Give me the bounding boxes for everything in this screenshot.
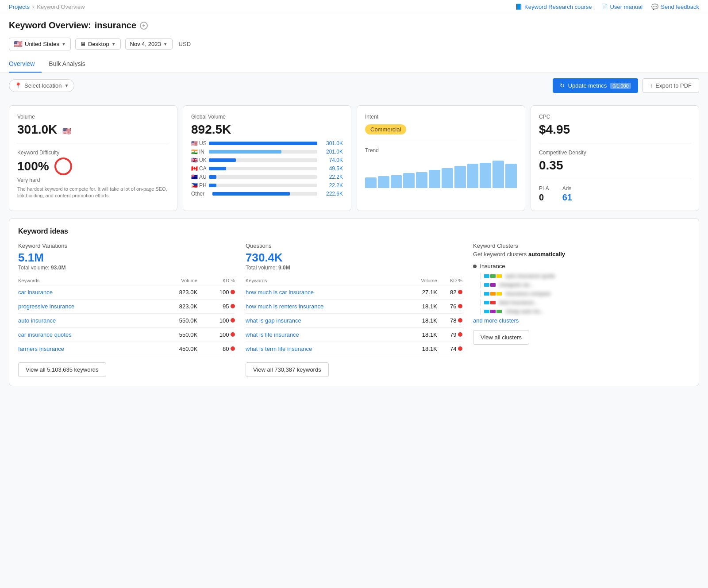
trend-bar-3	[391, 175, 402, 188]
kw-link[interactable]: car insurance	[18, 289, 53, 296]
date-filter[interactable]: Nov 4, 2023 ▼	[125, 38, 173, 50]
feedback-link[interactable]: 💬 Send feedback	[651, 4, 699, 10]
kw-col-header: Keywords	[18, 276, 154, 285]
cell-volume: 450.0K	[154, 342, 197, 356]
kd-section: Keyword Difficulty 100% Very hard The ha…	[17, 150, 169, 200]
variations-title: Keyword Variations	[18, 242, 235, 249]
kd-dot	[458, 332, 462, 337]
tab-bulk-analysis[interactable]: Bulk Analysis	[49, 56, 92, 73]
intent-trend-card: Intent Commercial Trend	[357, 105, 525, 211]
top-nav: Projects › Keyword Overview 📘 Keyword Re…	[0, 0, 708, 14]
kd-value: 100%	[17, 158, 169, 175]
kd-dot	[458, 304, 462, 308]
cell-kd: 74	[437, 342, 462, 356]
table-row: auto insurance 550.0K 100	[18, 314, 235, 328]
country-row-us: 🇺🇸US 301.0K	[191, 140, 343, 146]
ideas-grid: Keyword Variations 5.1M Total volume: 93…	[18, 242, 690, 377]
country-row-other: Other 222.6K	[191, 191, 343, 197]
volume-value: 301.0K 🇺🇸	[17, 123, 169, 137]
manual-link[interactable]: 📄 User manual	[601, 4, 643, 10]
kw-link[interactable]: what is gap insurance	[246, 317, 301, 324]
kw-link[interactable]: how much is renters insurance	[246, 303, 323, 310]
course-link[interactable]: 📘 Keyword Research course	[515, 4, 592, 10]
kw-link[interactable]: what is life insurance	[246, 331, 299, 338]
kw-link[interactable]: auto insurance	[18, 317, 56, 324]
kw-link[interactable]: car insurance quotes	[18, 331, 72, 338]
update-metrics-button[interactable]: ↻ Update metrics 0/1,000	[553, 78, 638, 93]
table-row: car insurance quotes 550.0K 100	[18, 328, 235, 342]
kd-dot	[458, 318, 462, 323]
variations-volume: Total volume: 93.0M	[18, 265, 235, 271]
export-pdf-button[interactable]: ↑ Export to PDF	[643, 78, 699, 93]
country-row-ph: 🇵🇭PH 22.2K	[191, 182, 343, 188]
table-row: car insurance 823.0K 100	[18, 285, 235, 300]
intent-label: Intent	[365, 114, 517, 120]
country-label: United States	[25, 41, 59, 47]
device-label: Desktop	[88, 41, 109, 47]
location-chevron-icon: ▼	[65, 83, 69, 88]
cell-kd: 100	[197, 285, 235, 300]
kd-dot	[231, 332, 235, 337]
color-bars-4	[484, 301, 496, 304]
view-all-clusters-button[interactable]: View all clusters	[473, 330, 529, 345]
cluster-sub-item-1: auto insurance quote	[480, 273, 690, 279]
trend-bar-7	[442, 168, 453, 188]
kw-link[interactable]: how much is car insurance	[246, 289, 314, 296]
comp-density-label: Competitive Density	[539, 150, 691, 156]
view-all-questions-button[interactable]: View all 730,387 keywords	[246, 362, 329, 377]
filter-bar: 🇺🇸 United States ▼ 🖥 Desktop ▼ Nov 4, 20…	[9, 35, 699, 56]
country-filter[interactable]: 🇺🇸 United States ▼	[9, 38, 71, 50]
kw-link[interactable]: progressive insurance	[18, 303, 74, 310]
sub-metrics: PLA 0 Ads 61	[539, 185, 691, 203]
toolbar: 📍 Select location ▼ ↻ Update metrics 0/1…	[0, 73, 708, 98]
trend-bar-11	[493, 161, 504, 188]
kw-col-header-q: Keywords	[246, 276, 404, 285]
cluster-sub-text-3: insurance compare	[505, 291, 550, 297]
device-filter[interactable]: 🖥 Desktop ▼	[75, 38, 121, 50]
questions-table: Keywords Volume KD % how much is car ins…	[246, 276, 462, 356]
trend-bar-10	[480, 163, 491, 188]
add-keyword-button[interactable]: +	[140, 22, 148, 30]
cell-kd: 80	[197, 342, 235, 356]
cluster-root: insurance	[473, 263, 690, 269]
cluster-sub-item-4: best insurance...	[480, 300, 690, 306]
keyword-text: insurance	[95, 20, 136, 31]
cell-volume: 18.1K	[404, 342, 437, 356]
variations-count-container: 5.1M	[18, 251, 235, 265]
kw-link[interactable]: farmers insurance	[18, 346, 64, 352]
kw-link[interactable]: what is term life insurance	[246, 346, 312, 352]
trend-bar-9	[467, 164, 479, 188]
cell-kd: 78	[437, 314, 462, 328]
trend-section: Trend	[365, 147, 517, 188]
variations-count: 5.1M	[18, 251, 44, 265]
cell-kd: 82	[437, 285, 462, 300]
cell-volume: 27.1K	[404, 285, 437, 300]
view-all-variations-button[interactable]: View all 5,103,635 keywords	[18, 362, 106, 377]
questions-column: Questions 730.4K Total volume: 9.0M Keyw…	[246, 242, 462, 377]
and-more-clusters-link[interactable]: and more clusters	[473, 317, 690, 324]
cluster-sub-text-2: cheapest car...	[499, 282, 534, 288]
trend-bar-2	[378, 176, 389, 188]
cell-kd: 76	[437, 300, 462, 314]
kd-description: The hardest keyword to compete for. It w…	[17, 186, 169, 200]
variations-column: Keyword Variations 5.1M Total volume: 93…	[18, 242, 235, 377]
main-content: Volume 301.0K 🇺🇸 Keyword Difficulty 100%…	[0, 98, 708, 393]
breadcrumb-current: Keyword Overview	[37, 4, 85, 10]
kd-label: Keyword Difficulty	[17, 150, 169, 156]
global-vol-label: Global Volume	[191, 114, 343, 120]
breadcrumb-separator: ›	[32, 4, 34, 10]
color-bars-3	[484, 292, 502, 296]
export-icon: ↑	[650, 82, 653, 89]
tab-overview[interactable]: Overview	[9, 56, 42, 73]
keyword-ideas-title: Keyword ideas	[18, 227, 690, 235]
country-row-in: 🇮🇳IN 201.0K	[191, 149, 343, 155]
table-row: what is gap insurance 18.1K 78	[246, 314, 462, 328]
location-icon: 📍	[15, 82, 22, 89]
table-row: how much is renters insurance 18.1K 76	[246, 300, 462, 314]
select-location-button[interactable]: 📍 Select location ▼	[9, 79, 74, 92]
kd-dot	[231, 346, 235, 351]
country-row-ca: 🇨🇦CA 49.5K	[191, 165, 343, 172]
breadcrumb-parent[interactable]: Projects	[9, 4, 30, 10]
ads-label: Ads	[562, 185, 572, 192]
cell-volume: 550.0K	[154, 314, 197, 328]
